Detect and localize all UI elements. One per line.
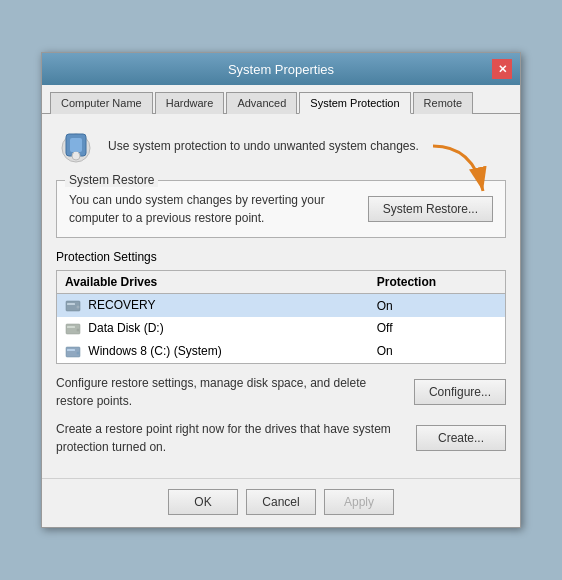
protection-status: Off	[369, 317, 506, 340]
header-section: Use system protection to undo unwanted s…	[56, 126, 506, 166]
system-restore-button[interactable]: System Restore...	[368, 196, 493, 222]
sys-drive-icon	[65, 345, 81, 359]
svg-point-14	[77, 351, 80, 354]
table-row[interactable]: Windows 8 (C:) (System) On	[57, 340, 506, 363]
hdd-icon	[65, 299, 81, 313]
close-button[interactable]: ✕	[492, 59, 512, 79]
svg-point-8	[77, 306, 80, 309]
system-restore-label: System Restore	[65, 173, 158, 187]
drive-name: Data Disk (D:)	[57, 317, 369, 340]
system-restore-btn-container: System Restore...	[368, 196, 493, 222]
restore-section: You can undo system changes by reverting…	[69, 191, 493, 227]
cancel-button[interactable]: Cancel	[246, 489, 316, 515]
table-row[interactable]: Data Disk (D:) Off	[57, 317, 506, 340]
configure-text: Configure restore settings, manage disk …	[56, 374, 404, 410]
restore-description: You can undo system changes by reverting…	[69, 191, 358, 227]
ok-button[interactable]: OK	[168, 489, 238, 515]
system-properties-window: System Properties ✕ Computer Name Hardwa…	[41, 52, 521, 527]
svg-rect-2	[70, 138, 82, 152]
svg-point-11	[77, 328, 80, 331]
tab-remote[interactable]: Remote	[413, 92, 474, 114]
tab-advanced[interactable]: Advanced	[226, 92, 297, 114]
tab-system-protection[interactable]: System Protection	[299, 92, 410, 114]
system-restore-group: System Restore You can undo system chang…	[56, 180, 506, 238]
tab-hardware[interactable]: Hardware	[155, 92, 225, 114]
create-text: Create a restore point right now for the…	[56, 420, 406, 456]
disk-icon	[65, 322, 81, 336]
title-bar: System Properties ✕	[42, 53, 520, 85]
apply-button[interactable]: Apply	[324, 489, 394, 515]
tab-computer-name[interactable]: Computer Name	[50, 92, 153, 114]
protection-settings-section: Protection Settings Available Drives Pro…	[56, 250, 506, 455]
drives-table: Available Drives Protection RECOVERY	[56, 270, 506, 363]
svg-rect-10	[67, 326, 75, 328]
table-row[interactable]: RECOVERY On	[57, 294, 506, 317]
protection-settings-label: Protection Settings	[56, 250, 506, 264]
drive-name: RECOVERY	[57, 294, 369, 317]
col-protection: Protection	[369, 271, 506, 294]
window-title: System Properties	[70, 62, 492, 77]
protection-status: On	[369, 340, 506, 363]
create-row: Create a restore point right now for the…	[56, 420, 506, 456]
svg-rect-7	[67, 303, 75, 305]
header-description: Use system protection to undo unwanted s…	[108, 139, 419, 153]
svg-rect-13	[67, 349, 75, 351]
tabs-container: Computer Name Hardware Advanced System P…	[42, 85, 520, 114]
configure-row: Configure restore settings, manage disk …	[56, 374, 506, 410]
protection-status: On	[369, 294, 506, 317]
content-area: Use system protection to undo unwanted s…	[42, 114, 520, 477]
col-available-drives: Available Drives	[57, 271, 369, 294]
footer: OK Cancel Apply	[42, 478, 520, 527]
shield-icon	[56, 126, 96, 166]
configure-button[interactable]: Configure...	[414, 379, 506, 405]
svg-rect-4	[74, 152, 78, 158]
create-button[interactable]: Create...	[416, 425, 506, 451]
drive-name: Windows 8 (C:) (System)	[57, 340, 369, 363]
